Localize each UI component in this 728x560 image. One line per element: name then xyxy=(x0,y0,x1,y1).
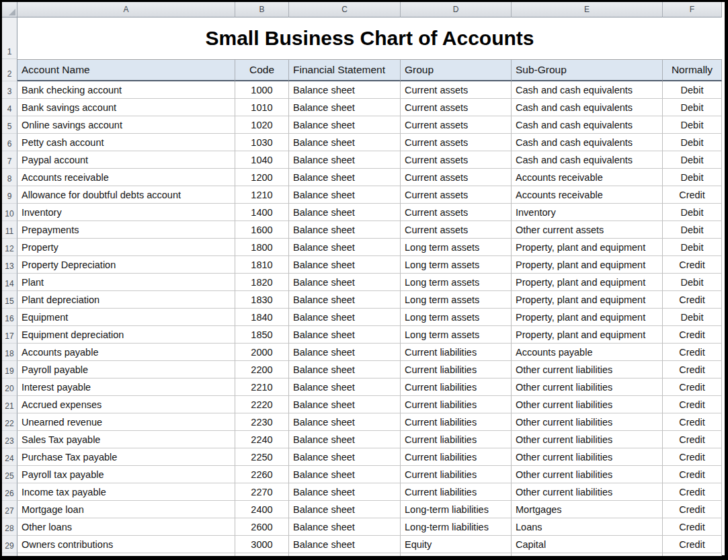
column-header-E[interactable]: E xyxy=(512,2,663,17)
cell-A10[interactable]: Inventory xyxy=(17,204,235,221)
cell-B27[interactable]: 2400 xyxy=(235,501,289,518)
row-header-26[interactable]: 26 xyxy=(2,483,17,501)
header-cell-sub-group[interactable]: Sub-Group xyxy=(512,59,663,81)
cell-B13[interactable]: 1810 xyxy=(235,256,289,274)
cell-A30[interactable] xyxy=(17,553,235,556)
cell-E28[interactable]: Loans xyxy=(512,518,663,536)
cell-E29[interactable]: Capital xyxy=(512,536,663,553)
cell-B6[interactable]: 1030 xyxy=(235,134,289,151)
row-header-28[interactable]: 28 xyxy=(2,518,17,536)
cell-A6[interactable]: Petty cash account xyxy=(17,134,235,151)
cell-B22[interactable]: 2230 xyxy=(235,413,289,431)
row-header-12[interactable]: 12 xyxy=(2,239,17,256)
cell-B28[interactable]: 2600 xyxy=(235,518,289,536)
cell-C16[interactable]: Balance sheet xyxy=(289,309,401,326)
cell-B10[interactable]: 1400 xyxy=(235,204,289,221)
cell-F13[interactable]: Credit xyxy=(663,256,722,274)
cell-C11[interactable]: Balance sheet xyxy=(289,221,401,239)
cell-F26[interactable]: Credit xyxy=(663,483,722,501)
cell-D8[interactable]: Current assets xyxy=(401,169,512,186)
cell-D25[interactable]: Current liabilities xyxy=(401,466,512,483)
cell-F16[interactable]: Debit xyxy=(663,309,722,326)
cell-F8[interactable]: Debit xyxy=(663,169,722,186)
cell-F7[interactable]: Debit xyxy=(663,151,722,169)
cell-E13[interactable]: Property, plant and equipment xyxy=(512,256,663,274)
cell-F14[interactable]: Debit xyxy=(663,274,722,291)
header-cell-code[interactable]: Code xyxy=(235,59,289,81)
cell-D29[interactable]: Equity xyxy=(401,536,512,553)
cell-C5[interactable]: Balance sheet xyxy=(289,116,401,134)
cell-D3[interactable]: Current assets xyxy=(401,81,512,99)
cell-B15[interactable]: 1830 xyxy=(235,291,289,309)
cell-E7[interactable]: Cash and cash equivalents xyxy=(512,151,663,169)
cell-C30[interactable] xyxy=(289,553,401,556)
cell-F15[interactable]: Credit xyxy=(663,291,722,309)
row-header-9[interactable]: 9 xyxy=(2,186,17,204)
cell-B12[interactable]: 1800 xyxy=(235,239,289,256)
cell-C3[interactable]: Balance sheet xyxy=(289,81,401,99)
row-header-6[interactable]: 6 xyxy=(2,134,17,151)
cell-D5[interactable]: Current assets xyxy=(401,116,512,134)
cell-E9[interactable]: Accounts receivable xyxy=(512,186,663,204)
header-cell-financial-statement[interactable]: Financial Statement xyxy=(289,59,401,81)
cell-F19[interactable]: Credit xyxy=(663,361,722,378)
cell-E4[interactable]: Cash and cash equivalents xyxy=(512,99,663,116)
cell-A8[interactable]: Accounts receivable xyxy=(17,169,235,186)
cell-B23[interactable]: 2240 xyxy=(235,431,289,448)
cell-F3[interactable]: Debit xyxy=(663,81,722,99)
cell-C22[interactable]: Balance sheet xyxy=(289,413,401,431)
cell-F10[interactable]: Debit xyxy=(663,204,722,221)
cell-F6[interactable]: Debit xyxy=(663,134,722,151)
cell-A13[interactable]: Property Depreciation xyxy=(17,256,235,274)
cell-C20[interactable]: Balance sheet xyxy=(289,378,401,396)
row-header-21[interactable]: 21 xyxy=(2,396,17,413)
row-header-3[interactable]: 3 xyxy=(2,81,17,99)
cell-D26[interactable]: Current liabilities xyxy=(401,483,512,501)
row-header-14[interactable]: 14 xyxy=(2,274,17,291)
cell-B21[interactable]: 2220 xyxy=(235,396,289,413)
row-header-1[interactable]: 1 xyxy=(2,17,17,59)
row-header-4[interactable]: 4 xyxy=(2,99,17,116)
cell-A26[interactable]: Income tax payable xyxy=(17,483,235,501)
cell-F30[interactable] xyxy=(663,553,722,556)
cell-A27[interactable]: Mortgage loan xyxy=(17,501,235,518)
cell-B17[interactable]: 1850 xyxy=(235,326,289,344)
cell-D4[interactable]: Current assets xyxy=(401,99,512,116)
cell-F29[interactable]: Credit xyxy=(663,536,722,553)
cell-C8[interactable]: Balance sheet xyxy=(289,169,401,186)
cell-A28[interactable]: Other loans xyxy=(17,518,235,536)
cell-D9[interactable]: Current assets xyxy=(401,186,512,204)
cell-B3[interactable]: 1000 xyxy=(235,81,289,99)
cell-F28[interactable]: Credit xyxy=(663,518,722,536)
cell-E16[interactable]: Property, plant and equipment xyxy=(512,309,663,326)
cell-A25[interactable]: Payroll tax payable xyxy=(17,466,235,483)
cell-A11[interactable]: Prepayments xyxy=(17,221,235,239)
cell-C17[interactable]: Balance sheet xyxy=(289,326,401,344)
cell-D23[interactable]: Current liabilities xyxy=(401,431,512,448)
cell-F12[interactable]: Debit xyxy=(663,239,722,256)
cell-D30[interactable] xyxy=(401,553,512,556)
cell-B4[interactable]: 1010 xyxy=(235,99,289,116)
row-header-15[interactable]: 15 xyxy=(2,291,17,309)
column-header-B[interactable]: B xyxy=(235,2,289,17)
cell-E18[interactable]: Accounts payable xyxy=(512,344,663,361)
cell-A19[interactable]: Payroll payable xyxy=(17,361,235,378)
cell-D7[interactable]: Current assets xyxy=(401,151,512,169)
row-header-22[interactable]: 22 xyxy=(2,413,17,431)
cell-B18[interactable]: 2000 xyxy=(235,344,289,361)
row-header-16[interactable]: 16 xyxy=(2,309,17,326)
cell-E12[interactable]: Property, plant and equipment xyxy=(512,239,663,256)
cell-D15[interactable]: Long term assets xyxy=(401,291,512,309)
cell-F5[interactable]: Debit xyxy=(663,116,722,134)
row-header-17[interactable]: 17 xyxy=(2,326,17,344)
cell-F25[interactable]: Credit xyxy=(663,466,722,483)
cell-B5[interactable]: 1020 xyxy=(235,116,289,134)
cell-E5[interactable]: Cash and cash equivalents xyxy=(512,116,663,134)
cell-E20[interactable]: Other current liabilities xyxy=(512,378,663,396)
cell-A23[interactable]: Sales Tax payable xyxy=(17,431,235,448)
cell-D10[interactable]: Current assets xyxy=(401,204,512,221)
cell-E10[interactable]: Inventory xyxy=(512,204,663,221)
row-header-29[interactable]: 29 xyxy=(2,536,17,553)
cell-C10[interactable]: Balance sheet xyxy=(289,204,401,221)
row-header-27[interactable]: 27 xyxy=(2,501,17,518)
